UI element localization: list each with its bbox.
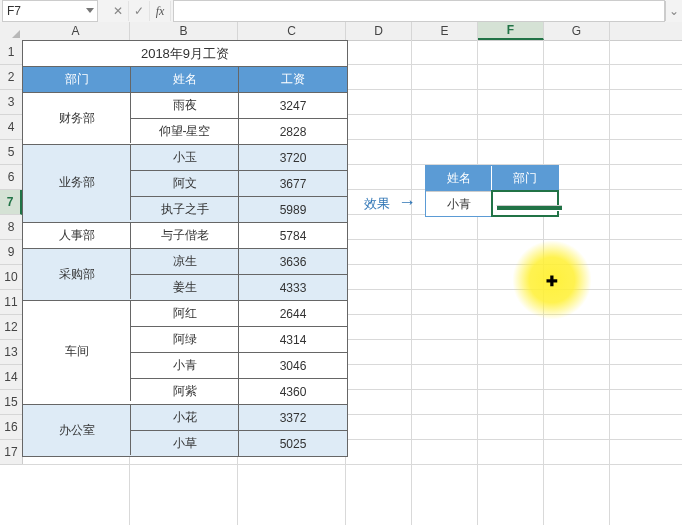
salary-cell[interactable]: 4314 [239,327,347,352]
salary-cell[interactable]: 3636 [239,249,347,274]
name-cell[interactable]: 小花 [131,405,239,430]
header-dept: 部门 [23,67,131,92]
salary-cell[interactable]: 3247 [239,93,347,118]
name-cell[interactable]: 小草 [131,431,239,456]
highlight-spot [512,240,592,320]
table-row: 小草5025 [131,430,347,456]
row-header-2[interactable]: 2 [0,65,22,90]
row-header-4[interactable]: 4 [0,115,22,140]
row-header-11[interactable]: 11 [0,290,22,315]
row-header-7[interactable]: 7 [0,190,22,215]
dept-block: 采购部凉生3636姜生4333 [23,248,347,300]
salary-cell[interactable]: 4360 [239,379,347,404]
worksheet: ABCDEFG 1234567891011121314151617 2018年9… [0,22,682,525]
cell-cursor-icon: ✚ [546,273,558,289]
lookup-name-cell[interactable]: 小青 [426,191,492,216]
row-header-15[interactable]: 15 [0,390,22,415]
name-cell[interactable]: 雨夜 [131,93,239,118]
salary-cell[interactable]: 5025 [239,431,347,456]
row-header-17[interactable]: 17 [0,440,22,465]
column-header-D[interactable]: D [346,22,412,40]
row-header-3[interactable]: 3 [0,90,22,115]
table-row: 执子之手5989 [131,196,347,222]
lookup-dept-cell[interactable] [492,191,558,216]
insert-function-button[interactable]: fx [150,1,171,21]
name-cell[interactable]: 与子偕老 [131,223,239,248]
table-row: 仰望-星空2828 [131,118,347,144]
table-header-row: 部门 姓名 工资 [23,67,347,92]
row-header-9[interactable]: 9 [0,240,22,265]
row-header-10[interactable]: 10 [0,265,22,290]
dept-cell[interactable]: 财务部 [23,93,131,143]
column-header-E[interactable]: E [412,22,478,40]
dept-block: 财务部雨夜3247仰望-星空2828 [23,92,347,144]
dept-cell[interactable]: 业务部 [23,145,131,220]
row-header-12[interactable]: 12 [0,315,22,340]
dept-cell[interactable]: 车间 [23,301,131,401]
name-cell[interactable]: 阿紫 [131,379,239,404]
name-cell[interactable]: 阿绿 [131,327,239,352]
salary-cell[interactable]: 5989 [239,197,347,222]
column-header-B[interactable]: B [130,22,238,40]
column-header-C[interactable]: C [238,22,346,40]
dept-cell[interactable]: 采购部 [23,249,131,299]
cancel-button[interactable]: ✕ [108,1,129,21]
confirm-button[interactable]: ✓ [129,1,150,21]
table-row: 雨夜3247 [131,93,347,118]
name-cell[interactable]: 小青 [131,353,239,378]
column-header-A[interactable]: A [22,22,130,40]
formula-input[interactable] [173,0,665,22]
row-header-6[interactable]: 6 [0,165,22,190]
table-title: 2018年9月工资 [23,41,347,67]
salary-cell[interactable]: 3372 [239,405,347,430]
formula-bar: F7 ✕ ✓ fx ⌄ [0,0,682,23]
dept-cell[interactable]: 人事部 [23,223,131,248]
salary-cell[interactable]: 3046 [239,353,347,378]
effect-label: 效果 [364,195,390,213]
name-box[interactable]: F7 [2,0,98,22]
name-cell[interactable]: 小玉 [131,145,239,170]
row-header-5[interactable]: 5 [0,140,22,165]
name-cell[interactable]: 阿文 [131,171,239,196]
name-box-dropdown-icon[interactable] [86,8,94,13]
fx-icon: fx [156,4,165,19]
name-cell[interactable]: 仰望-星空 [131,119,239,144]
table-row: 阿红2644 [131,301,347,326]
column-headers: ABCDEFG [22,22,682,41]
salary-cell[interactable]: 3677 [239,171,347,196]
table-row: 姜生4333 [131,274,347,300]
name-cell[interactable]: 凉生 [131,249,239,274]
expand-formula-bar-button[interactable]: ⌄ [665,1,682,21]
row-header-1[interactable]: 1 [0,40,22,65]
column-header-F[interactable]: F [478,22,544,40]
salary-cell[interactable]: 4333 [239,275,347,300]
table-row: 阿紫4360 [131,378,347,404]
check-icon: ✓ [134,4,144,18]
table-row: 小花3372 [131,405,347,430]
name-cell[interactable]: 阿红 [131,301,239,326]
name-cell[interactable]: 姜生 [131,275,239,300]
salary-cell[interactable]: 2828 [239,119,347,144]
salary-cell[interactable]: 3720 [239,145,347,170]
header-salary: 工资 [239,67,347,92]
row-header-13[interactable]: 13 [0,340,22,365]
lookup-table: 姓名 部门 小青 [425,165,559,217]
table-row: 凉生3636 [131,249,347,274]
grid[interactable]: 2018年9月工资 部门 姓名 工资 财务部雨夜3247仰望-星空2828业务部… [22,40,682,525]
dept-cell[interactable]: 办公室 [23,405,131,455]
lookup-row: 小青 [426,191,558,216]
dept-block: 办公室小花3372小草5025 [23,404,347,456]
fill-handle[interactable] [496,205,562,211]
table-body: 财务部雨夜3247仰望-星空2828业务部小玉3720阿文3677执子之手598… [23,92,347,456]
salary-table: 2018年9月工资 部门 姓名 工资 财务部雨夜3247仰望-星空2828业务部… [22,40,348,457]
row-header-8[interactable]: 8 [0,215,22,240]
cell-reference: F7 [7,4,21,18]
salary-cell[interactable]: 5784 [239,223,347,248]
row-header-16[interactable]: 16 [0,415,22,440]
column-header-G[interactable]: G [544,22,610,40]
salary-cell[interactable]: 2644 [239,301,347,326]
table-row: 阿文3677 [131,170,347,196]
select-all-button[interactable] [0,22,23,41]
row-header-14[interactable]: 14 [0,365,22,390]
name-cell[interactable]: 执子之手 [131,197,239,222]
